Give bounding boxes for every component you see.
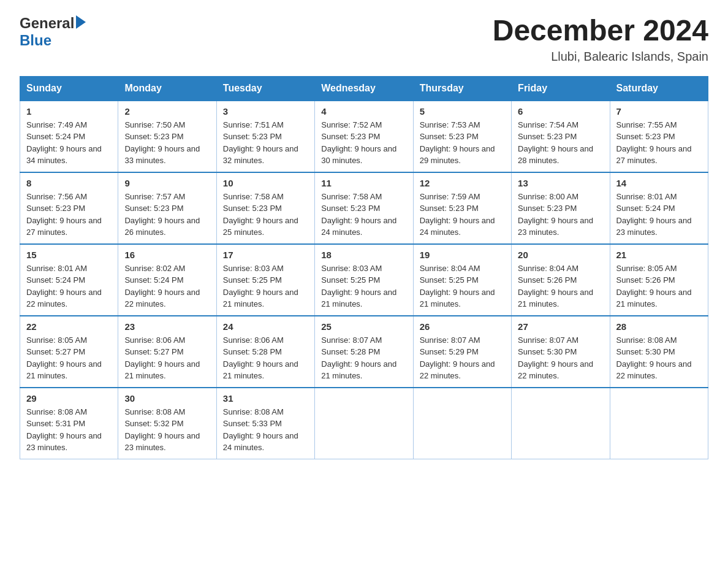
day-info: Sunrise: 7:54 AMSunset: 5:23 PMDaylight:… [518,120,593,166]
day-info: Sunrise: 8:01 AMSunset: 5:24 PMDaylight:… [26,264,102,309]
day-number: 21 [616,250,702,260]
col-friday: Friday [512,76,610,101]
calendar-week-2: 8 Sunrise: 7:56 AMSunset: 5:23 PMDayligh… [20,172,708,244]
day-info: Sunrise: 7:59 AMSunset: 5:23 PMDaylight:… [420,192,495,237]
day-info: Sunrise: 7:56 AMSunset: 5:23 PMDaylight:… [26,192,102,237]
day-info: Sunrise: 7:50 AMSunset: 5:23 PMDaylight:… [124,120,200,166]
day-info: Sunrise: 8:08 AMSunset: 5:32 PMDaylight:… [124,407,200,453]
calendar-cell: 27 Sunrise: 8:07 AMSunset: 5:30 PMDaylig… [512,316,610,388]
day-info: Sunrise: 7:55 AMSunset: 5:23 PMDaylight:… [616,120,692,166]
day-info: Sunrise: 8:04 AMSunset: 5:26 PMDaylight:… [518,264,593,309]
calendar-cell: 19 Sunrise: 8:04 AMSunset: 5:25 PMDaylig… [413,244,511,316]
day-info: Sunrise: 8:07 AMSunset: 5:28 PMDaylight:… [321,335,396,381]
calendar-cell: 4 Sunrise: 7:52 AMSunset: 5:23 PMDayligh… [315,101,413,172]
calendar-cell: 9 Sunrise: 7:57 AMSunset: 5:23 PMDayligh… [118,172,216,244]
day-number: 20 [518,250,603,260]
calendar-cell: 16 Sunrise: 8:02 AMSunset: 5:24 PMDaylig… [118,244,216,316]
day-number: 27 [518,321,603,332]
calendar-cell: 17 Sunrise: 8:03 AMSunset: 5:25 PMDaylig… [216,244,314,316]
calendar-cell: 25 Sunrise: 8:07 AMSunset: 5:28 PMDaylig… [315,316,413,388]
col-sunday: Sunday [20,76,118,101]
day-info: Sunrise: 8:07 AMSunset: 5:30 PMDaylight:… [518,335,593,381]
calendar-cell: 29 Sunrise: 8:08 AMSunset: 5:31 PMDaylig… [20,388,118,459]
calendar-table: Sunday Monday Tuesday Wednesday Thursday… [20,76,708,459]
day-info: Sunrise: 8:04 AMSunset: 5:25 PMDaylight:… [420,264,495,309]
calendar-cell: 18 Sunrise: 8:03 AMSunset: 5:25 PMDaylig… [315,244,413,316]
day-info: Sunrise: 8:06 AMSunset: 5:27 PMDaylight:… [124,335,200,381]
day-number: 22 [26,321,112,332]
calendar-cell: 2 Sunrise: 7:50 AMSunset: 5:23 PMDayligh… [118,101,216,172]
day-info: Sunrise: 8:07 AMSunset: 5:29 PMDaylight:… [420,335,495,381]
day-info: Sunrise: 8:08 AMSunset: 5:31 PMDaylight:… [26,407,102,453]
calendar-cell: 1 Sunrise: 7:49 AMSunset: 5:24 PMDayligh… [20,101,118,172]
day-number: 16 [124,250,210,260]
logo-general-text: General [20,15,74,32]
calendar-week-3: 15 Sunrise: 8:01 AMSunset: 5:24 PMDaylig… [20,244,708,316]
day-number: 5 [420,106,505,117]
day-info: Sunrise: 8:08 AMSunset: 5:30 PMDaylight:… [616,335,692,381]
day-number: 31 [223,393,308,404]
calendar-cell: 8 Sunrise: 7:56 AMSunset: 5:23 PMDayligh… [20,172,118,244]
day-info: Sunrise: 8:05 AMSunset: 5:27 PMDaylight:… [26,335,102,381]
day-info: Sunrise: 7:51 AMSunset: 5:23 PMDaylight:… [223,120,298,166]
calendar-cell: 26 Sunrise: 8:07 AMSunset: 5:29 PMDaylig… [413,316,511,388]
calendar-week-4: 22 Sunrise: 8:05 AMSunset: 5:27 PMDaylig… [20,316,708,388]
day-number: 10 [223,178,308,188]
calendar-cell: 28 Sunrise: 8:08 AMSunset: 5:30 PMDaylig… [610,316,708,388]
calendar-cell [610,388,708,459]
day-number: 30 [124,393,210,404]
day-info: Sunrise: 7:58 AMSunset: 5:23 PMDaylight:… [321,192,396,237]
day-info: Sunrise: 8:02 AMSunset: 5:24 PMDaylight:… [124,264,200,309]
col-tuesday: Tuesday [216,76,314,101]
calendar-week-1: 1 Sunrise: 7:49 AMSunset: 5:24 PMDayligh… [20,101,708,172]
calendar-cell: 11 Sunrise: 7:58 AMSunset: 5:23 PMDaylig… [315,172,413,244]
day-info: Sunrise: 7:49 AMSunset: 5:24 PMDaylight:… [26,120,102,166]
day-number: 23 [124,321,210,332]
month-title: December 2024 [493,15,708,47]
day-number: 6 [518,106,603,117]
day-info: Sunrise: 8:00 AMSunset: 5:23 PMDaylight:… [518,192,593,237]
day-info: Sunrise: 7:52 AMSunset: 5:23 PMDaylight:… [321,120,396,166]
calendar-cell [315,388,413,459]
day-info: Sunrise: 7:57 AMSunset: 5:23 PMDaylight:… [124,192,200,237]
calendar-cell: 13 Sunrise: 8:00 AMSunset: 5:23 PMDaylig… [512,172,610,244]
day-number: 17 [223,250,308,260]
logo: General Blue [20,15,86,49]
day-number: 15 [26,250,112,260]
calendar-cell: 6 Sunrise: 7:54 AMSunset: 5:23 PMDayligh… [512,101,610,172]
calendar-cell: 7 Sunrise: 7:55 AMSunset: 5:23 PMDayligh… [610,101,708,172]
logo-blue-text: Blue [20,32,51,49]
calendar-cell: 22 Sunrise: 8:05 AMSunset: 5:27 PMDaylig… [20,316,118,388]
calendar-cell [413,388,511,459]
calendar-week-5: 29 Sunrise: 8:08 AMSunset: 5:31 PMDaylig… [20,388,708,459]
calendar-cell: 30 Sunrise: 8:08 AMSunset: 5:32 PMDaylig… [118,388,216,459]
title-block: December 2024 Llubi, Balearic Islands, S… [493,15,708,64]
day-number: 9 [124,178,210,188]
day-number: 26 [420,321,505,332]
calendar-cell [512,388,610,459]
col-saturday: Saturday [610,76,708,101]
day-info: Sunrise: 8:08 AMSunset: 5:33 PMDaylight:… [223,407,298,453]
day-info: Sunrise: 8:05 AMSunset: 5:26 PMDaylight:… [616,264,692,309]
day-info: Sunrise: 7:58 AMSunset: 5:23 PMDaylight:… [223,192,298,237]
calendar-cell: 15 Sunrise: 8:01 AMSunset: 5:24 PMDaylig… [20,244,118,316]
day-number: 3 [223,106,308,117]
day-number: 1 [26,106,112,117]
col-monday: Monday [118,76,216,101]
calendar-cell: 14 Sunrise: 8:01 AMSunset: 5:24 PMDaylig… [610,172,708,244]
col-wednesday: Wednesday [315,76,413,101]
calendar-cell: 10 Sunrise: 7:58 AMSunset: 5:23 PMDaylig… [216,172,314,244]
day-info: Sunrise: 7:53 AMSunset: 5:23 PMDaylight:… [420,120,495,166]
day-info: Sunrise: 8:03 AMSunset: 5:25 PMDaylight:… [321,264,396,309]
day-number: 2 [124,106,210,117]
day-number: 28 [616,321,702,332]
calendar-cell: 24 Sunrise: 8:06 AMSunset: 5:28 PMDaylig… [216,316,314,388]
day-number: 19 [420,250,505,260]
day-info: Sunrise: 8:01 AMSunset: 5:24 PMDaylight:… [616,192,692,237]
day-number: 25 [321,321,406,332]
day-number: 29 [26,393,112,404]
calendar-cell: 23 Sunrise: 8:06 AMSunset: 5:27 PMDaylig… [118,316,216,388]
day-info: Sunrise: 8:06 AMSunset: 5:28 PMDaylight:… [223,335,298,381]
day-number: 13 [518,178,603,188]
location-text: Llubi, Balearic Islands, Spain [493,50,708,64]
